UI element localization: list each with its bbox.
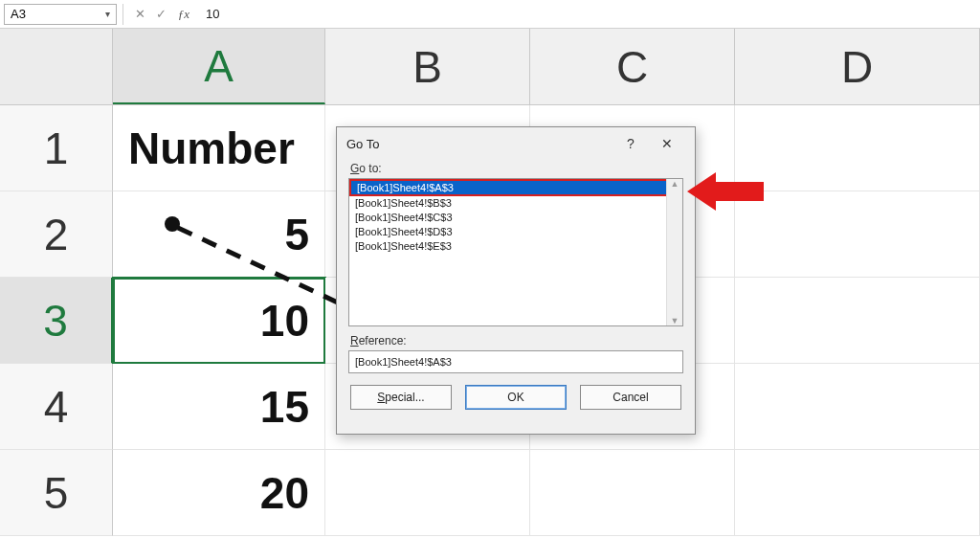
column-header-C[interactable]: C bbox=[530, 29, 735, 104]
formula-bar-input[interactable]: 10 bbox=[196, 7, 219, 21]
goto-list-item[interactable]: [Book1]Sheet4!$D$3 bbox=[349, 225, 682, 239]
close-icon: ✕ bbox=[661, 136, 673, 151]
reference-input[interactable] bbox=[348, 350, 683, 373]
goto-list-item[interactable]: [Book1]Sheet4!$C$3 bbox=[349, 211, 682, 225]
cell-D3[interactable] bbox=[735, 278, 980, 364]
cancel-button[interactable]: Cancel bbox=[580, 385, 681, 410]
cell-D2[interactable] bbox=[735, 191, 980, 278]
goto-list-label: Go to: bbox=[350, 162, 683, 175]
formula-bar: A3 ▾ ✕ ✓ ƒx 10 bbox=[0, 0, 980, 29]
ok-button[interactable]: OK bbox=[465, 385, 567, 410]
cell-A4[interactable]: 15 bbox=[113, 364, 325, 450]
cell-D4[interactable] bbox=[735, 364, 980, 450]
dialog-title-text: Go To bbox=[346, 137, 612, 151]
goto-list[interactable]: [Book1]Sheet4!$A$3 [Book1]Sheet4!$B$3 [B… bbox=[348, 178, 683, 326]
cancel-formula-icon[interactable]: ✕ bbox=[129, 4, 150, 25]
accept-formula-icon[interactable]: ✓ bbox=[150, 4, 171, 25]
cell-D1[interactable] bbox=[735, 105, 980, 191]
row-header-2[interactable]: 2 bbox=[0, 191, 113, 278]
cell-A1[interactable]: Number bbox=[113, 105, 325, 191]
goto-list-scrollbar[interactable]: ▲ ▼ bbox=[666, 179, 682, 325]
goto-list-item[interactable]: [Book1]Sheet4!$E$3 bbox=[349, 239, 682, 254]
select-all-corner[interactable] bbox=[0, 29, 113, 104]
cell-C5[interactable] bbox=[530, 450, 735, 536]
row-header-1[interactable]: 1 bbox=[0, 105, 113, 191]
row-header-5[interactable]: 5 bbox=[0, 450, 113, 536]
fx-icon[interactable]: ƒx bbox=[171, 4, 196, 25]
dialog-button-row: Special... OK Cancel bbox=[348, 385, 683, 410]
dialog-close-button[interactable]: ✕ bbox=[649, 130, 685, 157]
reference-label: Reference: bbox=[350, 334, 683, 347]
goto-list-item[interactable]: [Book1]Sheet4!$B$3 bbox=[349, 196, 682, 211]
column-header-row: A B C D bbox=[0, 29, 980, 105]
dialog-help-button[interactable]: ? bbox=[612, 130, 649, 157]
row-header-3[interactable]: 3 bbox=[0, 278, 113, 364]
cell-A3[interactable]: 10 bbox=[113, 278, 325, 364]
cell-D5[interactable] bbox=[735, 450, 980, 536]
cell-A2[interactable]: 5 bbox=[113, 191, 325, 278]
chevron-down-icon: ▾ bbox=[105, 9, 110, 19]
column-header-A[interactable]: A bbox=[113, 29, 325, 104]
scroll-down-icon: ▼ bbox=[671, 316, 679, 325]
cell-A5[interactable]: 20 bbox=[113, 450, 325, 536]
cell-B5[interactable] bbox=[325, 450, 530, 536]
scroll-up-icon: ▲ bbox=[671, 179, 679, 189]
goto-dialog: Go To ? ✕ Go to: [Book1]Sheet4!$A$3 [Boo… bbox=[336, 126, 696, 435]
column-header-B[interactable]: B bbox=[325, 29, 530, 104]
dialog-body: Go to: [Book1]Sheet4!$A$3 [Book1]Sheet4!… bbox=[337, 162, 695, 421]
name-box[interactable]: A3 ▾ bbox=[4, 4, 117, 25]
goto-list-item[interactable]: [Book1]Sheet4!$A$3 bbox=[349, 179, 682, 196]
name-box-value: A3 bbox=[11, 7, 26, 21]
column-header-D[interactable]: D bbox=[735, 29, 980, 104]
separator bbox=[122, 4, 123, 25]
dialog-titlebar[interactable]: Go To ? ✕ bbox=[337, 127, 695, 160]
row-header-4[interactable]: 4 bbox=[0, 364, 113, 450]
special-button[interactable]: Special... bbox=[350, 385, 452, 410]
